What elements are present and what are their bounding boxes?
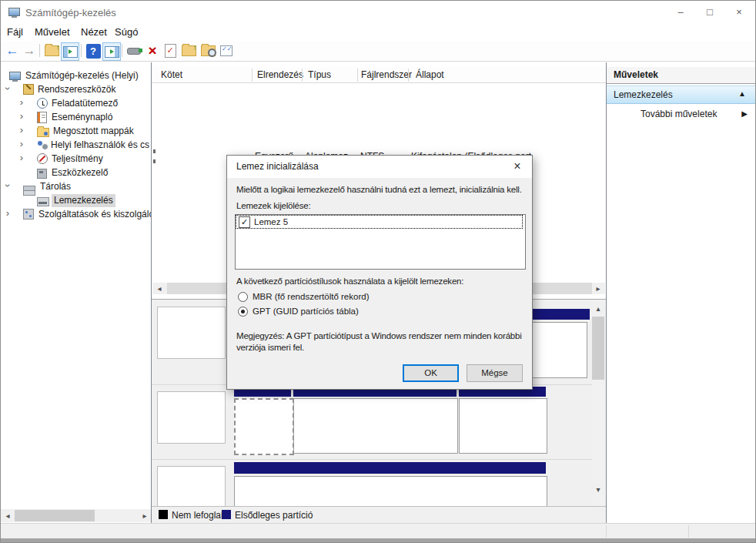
partition-body[interactable] [293,398,458,454]
chevron-collapsed-icon[interactable]: › [18,110,25,122]
scroll-left-icon[interactable]: ◂ [2,510,14,521]
forward-icon[interactable]: → [21,42,38,59]
column-separator [357,69,358,82]
chevron-collapsed-icon[interactable]: › [18,124,25,136]
chevron-expanded-icon[interactable]: › [2,85,14,92]
close-button[interactable]: × [726,1,752,24]
tree-item-event-viewer[interactable]: › Eseménynapló [1,110,112,124]
dialog-close-icon[interactable]: × [507,157,527,176]
column-volume[interactable]: Kötet [161,69,182,80]
scroll-right-icon[interactable]: ▸ [592,283,604,294]
graph-vscrollbar[interactable]: ▴ ▾ [592,301,604,506]
chevron-collapsed-icon[interactable]: › [18,138,25,150]
dialog-title-bar[interactable]: Lemez inicializálása × [227,156,532,178]
event-log-icon [37,112,47,123]
tree-item-task-scheduler[interactable]: › Feladatütemező [1,96,118,110]
attach-vhd-icon[interactable] [125,42,142,59]
volume-icon-fragment [153,159,156,163]
mark-partition-active-icon[interactable]: ✓ [162,42,179,59]
tree-item-performance[interactable]: › Teljesítmény [1,152,103,166]
scroll-down-icon[interactable]: ▾ [592,483,604,495]
select-disks-label: Lemezek kijelölése: [236,201,311,210]
actions-group-disk-management[interactable]: Lemezkezelés ▲ [607,85,756,104]
menu-view[interactable]: Nézet [81,26,107,38]
column-type[interactable]: Típus [308,69,331,80]
task-scheduler-icon [37,98,48,109]
window-bottom-edge [1,538,755,543]
menu-action[interactable]: Művelet [35,26,70,38]
show-console-tree-icon[interactable] [61,42,79,61]
computer-icon [9,72,21,80]
ok-button[interactable]: OK [403,364,459,382]
delete-volume-icon[interactable]: × [144,42,161,59]
tree-item-device-manager[interactable]: Eszközkezelő [1,166,108,179]
action-pane-window-icon [105,46,119,58]
back-icon[interactable]: ← [4,42,21,59]
column-separator [252,69,253,82]
partition-body[interactable] [459,398,547,454]
chevron-expanded-icon[interactable]: › [2,182,14,189]
collapse-icon[interactable]: ▲ [738,89,746,98]
column-filesystem[interactable]: Fájlrendszer [361,69,412,80]
disk-item-label: Lemez 5 [254,217,288,226]
partition-style-label: A következő partícióstílusok használata … [236,277,463,286]
cancel-button[interactable]: Mégse [467,364,523,382]
volume-list-header: Kötet Elrendezés Típus Fájlrendszer Álla… [152,67,606,83]
gpt-radio-selected[interactable] [238,307,248,317]
shared-folders-icon [37,128,49,137]
partition-header[interactable] [234,462,546,474]
partition-body-selected[interactable] [234,398,294,455]
chevron-collapsed-icon[interactable]: › [18,96,25,109]
tree-item-disk-management[interactable]: Lemezkezelés [1,193,115,207]
scroll-right-icon[interactable]: ▸ [139,510,151,521]
menu-help[interactable]: Súgó [115,26,138,38]
chevron-collapsed-icon[interactable]: › [18,152,25,164]
disk-info-box[interactable] [157,466,226,506]
folder-export-icon: ↑ [45,45,59,56]
scroll-left-icon[interactable]: ◂ [153,283,166,294]
tree-item-system-tools[interactable]: › Rendszereszközök [1,82,115,96]
export-list-icon[interactable]: ↑ [43,42,60,59]
partition-body[interactable] [234,476,547,506]
title-bar[interactable]: Számítógép-kezelés – □ × [1,1,755,24]
folder-search-icon[interactable] [199,42,216,59]
tree-item-services[interactable]: › Szolgáltatások és kiszolgáló [1,207,152,221]
disk-info-box[interactable] [157,307,226,359]
chevron-collapsed-icon[interactable]: › [4,207,12,220]
tree-hscrollbar[interactable]: ◂ ▸ [1,509,152,522]
disk-management-icon [37,197,49,206]
minimize-button[interactable]: – [667,1,694,24]
help-icon[interactable]: ? [85,42,102,59]
tree-item-local-users[interactable]: › Helyi felhasználók és cs [1,138,149,152]
system-tools-icon [23,84,34,95]
window-title: Számítógép-kezelés [25,7,116,18]
folder-up-glyph-icon: ↑ [182,45,196,56]
menu-file[interactable]: Fájl [7,26,23,38]
graph-vscrollbar-thumb[interactable] [592,317,604,380]
maximize-button[interactable]: □ [697,1,723,24]
scroll-up-icon[interactable]: ▴ [592,302,604,314]
more-actions-item[interactable]: További műveletek ▶ [607,106,756,122]
folder-up-icon[interactable]: ↑ [180,42,197,59]
app-icon [8,8,20,16]
primary-partition-label: Elsődleges partíció [235,510,313,521]
column-layout[interactable]: Elrendezés [257,69,303,80]
disk-info-box[interactable] [157,391,226,444]
dialog-title: Lemez inicializálása [236,161,319,172]
mbr-radio-label[interactable]: MBR (fő rendszertöltő rekord) [253,292,369,301]
disk-list-item[interactable]: ✓ Lemez 5 [236,216,522,228]
tree-item-computer-management[interactable]: Számítógép-kezelés (Helyi) [9,69,139,82]
mbr-radio[interactable] [238,292,248,302]
show-action-pane-icon[interactable] [102,42,121,61]
actions-pane-header: Műveletek [607,67,756,84]
tree-item-storage[interactable]: › Tárolás [1,179,71,193]
properties-icon[interactable]: ✓✓ [218,42,235,59]
disk-checkbox-checked[interactable]: ✓ [239,216,250,228]
tool-icon [127,48,141,55]
gpt-radio-label[interactable]: GPT (GUID partíciós tábla) [253,307,359,316]
status-separator [688,525,689,538]
disk-listbox[interactable]: ✓ Lemez 5 [235,214,526,270]
tree-hscrollbar-thumb[interactable] [15,510,95,521]
tree-item-shared-folders[interactable]: › Megosztott mappák [1,124,134,138]
column-status[interactable]: Állapot [416,69,444,80]
